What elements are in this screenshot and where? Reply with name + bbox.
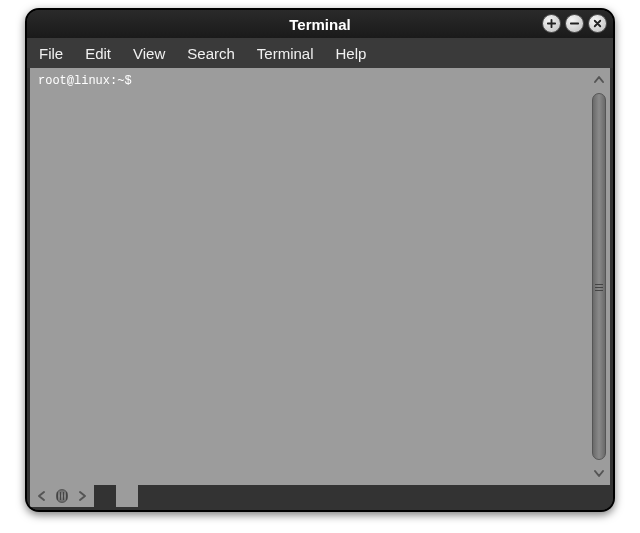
menu-view[interactable]: View — [133, 45, 165, 62]
window-title: Terminal — [289, 16, 350, 33]
add-button[interactable] — [542, 14, 561, 33]
titlebar: Terminal — [27, 10, 613, 38]
horizontal-scrollbar — [30, 485, 94, 507]
vertical-scroll-thumb[interactable] — [593, 269, 605, 305]
vertical-scroll-track[interactable] — [592, 93, 606, 460]
scroll-left-button[interactable] — [32, 486, 52, 506]
horizontal-scroll-thumb[interactable] — [57, 492, 67, 500]
scroll-corner — [116, 485, 138, 507]
horizontal-scroll-track[interactable] — [56, 489, 68, 503]
plus-icon — [546, 18, 557, 29]
menu-terminal[interactable]: Terminal — [257, 45, 314, 62]
menubar: File Edit View Search Terminal Help — [27, 38, 613, 68]
terminal-window: Terminal File Edit View Search Terminal … — [25, 8, 615, 512]
scroll-down-button[interactable] — [589, 463, 609, 483]
chevron-up-icon — [592, 73, 606, 87]
vertical-scrollbar — [588, 68, 610, 485]
window-controls — [542, 14, 607, 33]
scroll-right-button[interactable] — [72, 486, 92, 506]
minimize-button[interactable] — [565, 14, 584, 33]
terminal-output[interactable]: root@linux:~$ — [30, 68, 588, 485]
shell-prompt: root@linux:~$ — [38, 74, 132, 88]
menu-search[interactable]: Search — [187, 45, 235, 62]
close-button[interactable] — [588, 14, 607, 33]
menu-file[interactable]: File — [39, 45, 63, 62]
menu-help[interactable]: Help — [336, 45, 367, 62]
close-icon — [592, 18, 603, 29]
chevron-right-icon — [75, 489, 89, 503]
scroll-up-button[interactable] — [589, 70, 609, 90]
minus-icon — [569, 18, 580, 29]
content-area: root@linux:~$ — [27, 68, 613, 510]
chevron-down-icon — [592, 466, 606, 480]
chevron-left-icon — [35, 489, 49, 503]
menu-edit[interactable]: Edit — [85, 45, 111, 62]
